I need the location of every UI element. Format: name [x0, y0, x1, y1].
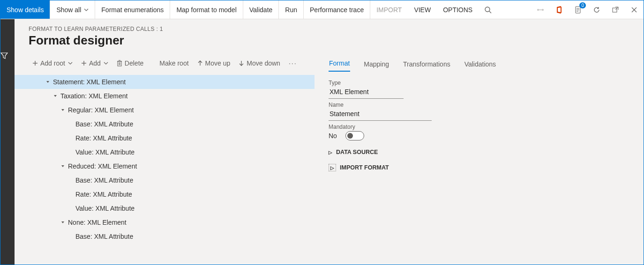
- tree-row-label: None: XML Element: [67, 219, 127, 226]
- tree-expand-icon[interactable]: [51, 94, 60, 98]
- chevron-down-icon: [84, 7, 89, 12]
- make-root-button[interactable]: Make root: [156, 58, 192, 69]
- arrow-up-icon: [197, 60, 203, 66]
- tree-row[interactable]: Base: XML Attribute: [15, 229, 315, 243]
- tree-row-label: Base: XML Attribute: [75, 233, 133, 240]
- add-root-label: Add root: [40, 59, 65, 67]
- tree-row-label: Value: XML Attribute: [75, 148, 135, 156]
- import-format-label: IMPORT FORMAT: [340, 164, 389, 171]
- move-up-button[interactable]: Move up: [194, 58, 234, 69]
- office-icon: [555, 6, 563, 14]
- tree-row[interactable]: Value: XML Attribute: [15, 201, 315, 215]
- tree-row-label: Statement: XML Element: [52, 78, 126, 86]
- connector-icon: [537, 7, 544, 12]
- map-format-button[interactable]: Map format to model: [170, 0, 243, 19]
- performance-trace-button[interactable]: Performance trace: [304, 0, 370, 19]
- connector-icon-button[interactable]: [531, 0, 550, 19]
- arrow-down-icon: [239, 60, 244, 66]
- show-all-button[interactable]: Show all: [50, 0, 95, 19]
- name-label: Name: [329, 102, 450, 108]
- close-icon: [631, 7, 637, 13]
- tree-row[interactable]: Rate: XML Attribute: [15, 131, 315, 145]
- tree-expand-icon[interactable]: [59, 108, 67, 112]
- tree-expand-icon[interactable]: [59, 220, 67, 225]
- name-input[interactable]: Statement: [329, 108, 432, 121]
- refresh-icon: [593, 6, 600, 14]
- run-button[interactable]: Run: [279, 0, 304, 19]
- page-title: Format designer: [15, 33, 644, 54]
- refresh-button[interactable]: [587, 0, 606, 19]
- tab-validations[interactable]: Validations: [464, 60, 496, 72]
- left-rail: [0, 19, 15, 265]
- format-form: Type XML Element Name Statement Mandator…: [329, 72, 450, 171]
- tree-row[interactable]: Statement: XML Element: [15, 75, 315, 89]
- filter-button[interactable]: [0, 52, 15, 66]
- notification-count-badge: 0: [579, 2, 586, 8]
- delete-label: Delete: [125, 59, 143, 67]
- office-icon-button[interactable]: [550, 0, 569, 19]
- tab-transformations[interactable]: Transformations: [403, 60, 451, 72]
- import-button[interactable]: IMPORT: [370, 0, 408, 19]
- add-root-button[interactable]: Add root: [29, 58, 76, 69]
- tree-row-label: Base: XML Attribute: [75, 177, 133, 184]
- add-button[interactable]: Add: [77, 58, 112, 69]
- svg-rect-17: [118, 61, 121, 66]
- tab-mapping[interactable]: Mapping: [363, 60, 389, 72]
- move-up-label: Move up: [205, 59, 231, 67]
- options-button[interactable]: OPTIONS: [437, 0, 479, 19]
- tree-row-label: Reduced: XML Element: [67, 162, 137, 170]
- tree-row[interactable]: Base: XML Attribute: [15, 117, 315, 131]
- tree-row[interactable]: None: XML Element: [15, 215, 315, 229]
- format-enumerations-button[interactable]: Format enumerations: [95, 0, 170, 19]
- details-tabs: Format Mapping Transformations Validatio…: [329, 54, 644, 72]
- notifications-button[interactable]: 0: [569, 0, 587, 19]
- tree-expand-icon[interactable]: [59, 164, 67, 169]
- tree-row[interactable]: Value: XML Attribute: [15, 145, 315, 159]
- view-button[interactable]: VIEW: [408, 0, 437, 19]
- app-window: Show details Show all Format enumeration…: [0, 0, 644, 265]
- mandatory-row: No: [329, 131, 450, 140]
- type-label: Type: [329, 80, 450, 86]
- show-all-label: Show all: [56, 6, 81, 14]
- show-details-button[interactable]: Show details: [0, 0, 50, 19]
- svg-point-0: [485, 7, 490, 12]
- tree-row[interactable]: Rate: XML Attribute: [15, 187, 315, 201]
- delete-button[interactable]: Delete: [113, 58, 147, 69]
- main: FORMAT TO LEARN PARAMETERIZED CALLS : 1 …: [15, 19, 644, 265]
- tree-toolbar: Add root Add Delete Ma: [15, 54, 315, 72]
- chevron-right-icon: ▷: [329, 150, 332, 155]
- type-value[interactable]: XML Element: [329, 86, 404, 99]
- command-bar: Show details Show all Format enumeration…: [0, 0, 644, 19]
- mandatory-value: No: [329, 132, 337, 140]
- move-down-label: Move down: [247, 59, 280, 67]
- trash-icon: [117, 60, 122, 66]
- mandatory-label: Mandatory: [329, 124, 450, 130]
- tree-row[interactable]: Reduced: XML Element: [15, 159, 315, 173]
- more-button[interactable]: ···: [285, 59, 301, 67]
- svg-rect-9: [613, 8, 617, 12]
- toggle-knob: [347, 133, 353, 139]
- import-format-section[interactable]: ▷ IMPORT FORMAT: [329, 164, 450, 171]
- svg-point-2: [537, 9, 539, 11]
- search-button[interactable]: [479, 0, 497, 19]
- data-source-section[interactable]: ▷ DATA SOURCE: [329, 149, 450, 155]
- filter-icon: [0, 52, 8, 59]
- tree-row[interactable]: Taxation: XML Element: [15, 89, 315, 103]
- tree-row-label: Taxation: XML Element: [60, 92, 127, 100]
- move-down-button[interactable]: Move down: [235, 58, 284, 69]
- tree-row[interactable]: Base: XML Attribute: [15, 173, 315, 187]
- details-panel: Format Mapping Transformations Validatio…: [315, 54, 644, 265]
- validate-button[interactable]: Validate: [243, 0, 279, 19]
- breadcrumb: FORMAT TO LEARN PARAMETERIZED CALLS : 1: [15, 26, 644, 33]
- svg-line-1: [489, 11, 491, 13]
- tree-row[interactable]: Regular: XML Element: [15, 103, 315, 117]
- mandatory-toggle[interactable]: [345, 131, 364, 140]
- close-button[interactable]: [625, 0, 644, 19]
- popout-button[interactable]: [606, 0, 625, 19]
- format-tree: Statement: XML ElementTaxation: XML Elem…: [15, 72, 315, 243]
- tab-format[interactable]: Format: [329, 59, 350, 72]
- chevron-right-icon: ▷: [329, 164, 336, 171]
- tree-expand-icon[interactable]: [44, 80, 52, 84]
- body: FORMAT TO LEARN PARAMETERIZED CALLS : 1 …: [0, 19, 644, 265]
- plus-icon: [81, 60, 87, 66]
